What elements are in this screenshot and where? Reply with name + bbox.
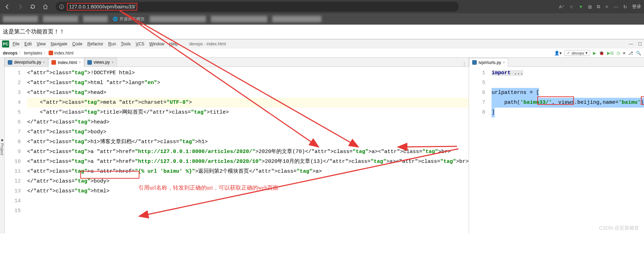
- code-area-left[interactable]: 123456789101112131415 <"attr">class="tag…: [5, 67, 469, 234]
- menu-view[interactable]: View: [37, 42, 46, 46]
- menu-edit[interactable]: Edit: [24, 42, 32, 46]
- editor-tab[interactable]: ivpm\urls.py×: [469, 58, 508, 67]
- ide-window: PC FileEditViewNavigateCodeRefactorRunTo…: [0, 39, 644, 234]
- bookmark-blur: [83, 16, 108, 22]
- editor-pane-left: devops\urls.py×index.html×views.py×⋮ 123…: [5, 58, 469, 234]
- tab-label: devops\urls.py: [14, 60, 41, 65]
- back-button[interactable]: [3, 2, 12, 11]
- editor-tab[interactable]: views.py×: [84, 58, 117, 66]
- search-icon[interactable]: 🔍: [636, 51, 641, 56]
- menu-window[interactable]: Window: [149, 42, 164, 46]
- login-button[interactable]: 登录: [632, 4, 641, 10]
- tab-overflow-icon[interactable]: ⋮: [460, 61, 469, 66]
- close-tab-icon[interactable]: ×: [43, 60, 45, 64]
- refresh-button[interactable]: [28, 2, 37, 11]
- shield-icon[interactable]: ▼: [579, 4, 583, 9]
- menu-file[interactable]: File: [13, 42, 19, 46]
- line-gutter: 123456789101112131415: [5, 67, 24, 234]
- project-tool-tab[interactable]: ■ Project: [0, 58, 5, 234]
- close-tab-icon[interactable]: ×: [79, 60, 81, 64]
- menu-vcs[interactable]: VCS: [136, 42, 144, 46]
- page-heading: 这是第二个功能首页！！: [3, 28, 65, 34]
- ide-window-controls: — ☐: [629, 42, 642, 46]
- profiler-button[interactable]: ◷: [617, 51, 620, 56]
- editor-tab[interactable]: index.html×: [48, 58, 84, 67]
- crumb-root[interactable]: devops: [3, 51, 18, 56]
- webpage-body: 这是第二个功能首页！！: [0, 25, 644, 39]
- code-content-left[interactable]: <"attr">class="tag">!DOCTYPE html><"attr…: [24, 67, 469, 234]
- ide-titlebar: PC FileEditViewNavigateCodeRefactorRunTo…: [0, 39, 644, 49]
- collections-icon[interactable]: ⧉: [597, 4, 600, 9]
- extensions-icon[interactable]: ⊞: [588, 4, 592, 9]
- url-text: 127.0.0.1:8000/ivpm/baimu33/: [69, 4, 135, 9]
- menu-tools[interactable]: Tools: [121, 42, 131, 46]
- editor-pane-right: ivpm\urls.py× 15678 import ... urlpatter…: [469, 58, 644, 234]
- user-icon[interactable]: 👤▾: [554, 51, 562, 56]
- annotation-text: 引用url名称，转发到正确的uri，可以获取正确的web页面: [138, 184, 279, 192]
- favorite-icon[interactable]: ☆: [569, 4, 574, 9]
- menu-code[interactable]: Code: [72, 42, 82, 46]
- run-button[interactable]: ▶: [593, 51, 596, 56]
- maximize-button[interactable]: ☐: [638, 42, 642, 46]
- site-info-icon[interactable]: i: [59, 4, 64, 9]
- run-with-coverage-button[interactable]: ▶⊟: [607, 51, 614, 56]
- reader-icon[interactable]: A⁺: [559, 4, 564, 9]
- stop-button[interactable]: ■: [623, 51, 625, 56]
- watermark: CSDN @百慕卿君: [599, 225, 639, 231]
- git-branch-icon[interactable]: ⎇: [628, 51, 633, 56]
- ide-run-controls: 👤▾ ✓ devops ▾ ▶ 🐞 ▶⊟ ◷ ■ ⎇ 🔍: [554, 50, 641, 56]
- favorites-list-icon[interactable]: ✧: [605, 4, 609, 9]
- bookmark-label: 开源房子网页: [119, 16, 145, 22]
- html-file-icon: [49, 51, 53, 55]
- crumb-folder[interactable]: templates: [24, 51, 42, 56]
- forward-button[interactable]: [15, 2, 25, 11]
- menu-navigate[interactable]: Navigate: [51, 42, 67, 46]
- browser-right-controls: A⁺ ☆ ▼ ⊞ ⧉ ✧ ⋯ ↻ 登录: [559, 4, 641, 10]
- bookmarks-bar: 🌐 开源房子网页: [0, 13, 644, 25]
- html-file-icon: [51, 60, 56, 65]
- bookmark-blur: [150, 16, 206, 22]
- minimize-button[interactable]: —: [629, 42, 633, 46]
- editor-tab[interactable]: devops\urls.py×: [5, 58, 48, 66]
- performance-icon[interactable]: ⋯: [614, 4, 618, 9]
- home-button[interactable]: [41, 2, 50, 11]
- code-content-right[interactable]: import ... urlpatterns = [ path('baimu33…: [489, 67, 644, 234]
- bookmark-blur: [272, 16, 321, 22]
- menu-help[interactable]: Help: [169, 42, 178, 46]
- bookmark-blur: [211, 16, 267, 22]
- globe-icon: 🌐: [113, 17, 118, 21]
- run-config-selector[interactable]: ✓ devops ▾: [564, 50, 590, 56]
- ide-doc-title: devops - index.html: [189, 42, 226, 46]
- sync-icon[interactable]: ↻: [623, 4, 627, 9]
- tab-bar-left: devops\urls.py×index.html×views.py×⋮: [5, 58, 469, 67]
- close-tab-icon[interactable]: ×: [503, 60, 505, 64]
- py-file-icon: [87, 60, 92, 65]
- url-highlight-box: 127.0.0.1:8000/ivpm/baimu33/: [67, 3, 137, 11]
- svg-text:i: i: [61, 5, 62, 9]
- py-file-icon: [472, 60, 477, 65]
- code-area-right[interactable]: 15678 import ... urlpatterns = [ path('b…: [469, 67, 644, 234]
- browser-toolbar: i 127.0.0.1:8000/ivpm/baimu33/ A⁺ ☆ ▼ ⊞ …: [0, 0, 644, 13]
- close-tab-icon[interactable]: ×: [112, 60, 114, 64]
- address-bar[interactable]: i 127.0.0.1:8000/ivpm/baimu33/: [56, 2, 459, 12]
- bookmark-blur: [43, 16, 78, 22]
- tab-label: ivpm\urls.py: [479, 60, 501, 65]
- bookmark-item[interactable]: 🌐 开源房子网页: [113, 16, 145, 22]
- debug-button[interactable]: 🐞: [599, 51, 604, 56]
- pycharm-logo: PC: [2, 40, 9, 47]
- crumb-file[interactable]: index.html: [49, 51, 74, 56]
- ide-menu-bar: FileEditViewNavigateCodeRefactorRunTools…: [13, 42, 178, 46]
- py-file-icon: [8, 60, 12, 65]
- line-gutter: 15678: [469, 67, 489, 234]
- editor-split: ■ Project devops\urls.py×index.html×view…: [0, 58, 644, 234]
- tab-label: index.html: [58, 60, 77, 65]
- menu-refactor[interactable]: Refactor: [87, 42, 103, 46]
- bookmark-blur: [3, 16, 38, 22]
- tab-label: views.py: [94, 60, 110, 65]
- tab-bar-right: ivpm\urls.py×: [469, 58, 644, 67]
- ide-breadcrumb-bar: devops 〉 templates 〉 index.html 👤▾ ✓ dev…: [0, 49, 644, 58]
- menu-run[interactable]: Run: [108, 42, 116, 46]
